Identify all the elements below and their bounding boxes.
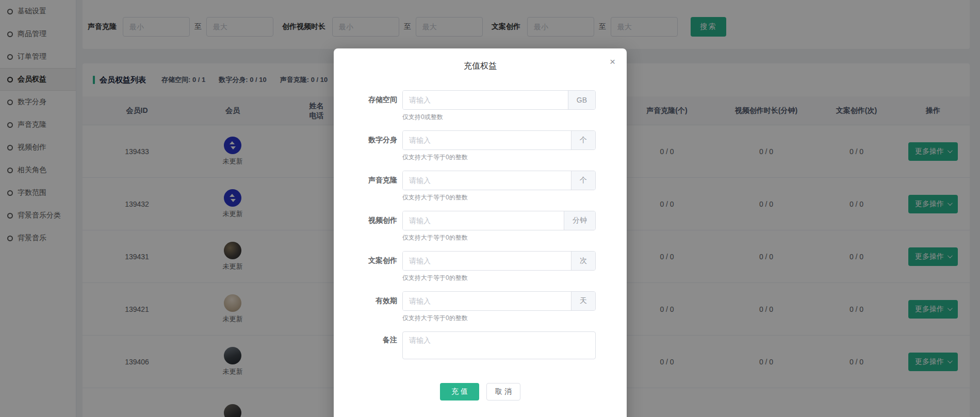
modal-field-remarks: 备注 <box>334 331 627 359</box>
field-hint: 仅支持大于等于0的整数 <box>402 193 627 201</box>
modal-field-copywriting: 文案创作 次 仅支持大于等于0的整数 <box>334 251 627 281</box>
field-hint: 仅支持大于等于0的整数 <box>402 274 627 281</box>
storage-input-group: GB <box>402 90 596 110</box>
unit-label: 次 <box>571 252 595 270</box>
field-label: 声音克隆 <box>334 176 397 185</box>
field-label: 数字分身 <box>334 136 397 145</box>
field-label: 视频创作 <box>334 216 397 225</box>
video-creation-input[interactable] <box>403 211 564 230</box>
modal-actions: 充值 取消 <box>334 383 627 401</box>
unit-label: 个 <box>571 171 595 190</box>
page-root: 基础设置 商品管理 订单管理 会员权益 数字分身 声音克隆 视频创作 相关角色 … <box>0 0 980 417</box>
validity-input-group: 天 <box>402 291 596 311</box>
field-label: 存储空间 <box>334 95 397 105</box>
unit-label: 分钟 <box>564 211 595 230</box>
field-hint: 仅支持大于等于0的整数 <box>402 314 627 321</box>
field-hint: 仅支持大于等于0的整数 <box>402 233 627 241</box>
digital-avatar-input-group: 个 <box>402 130 596 150</box>
video-creation-input-group: 分钟 <box>402 211 596 230</box>
recharge-confirm-button[interactable]: 充值 <box>440 383 479 401</box>
unit-label: 天 <box>571 292 595 310</box>
validity-input[interactable] <box>403 292 571 310</box>
copywriting-input[interactable] <box>403 252 571 270</box>
field-hint: 仅支持0或整数 <box>402 113 627 120</box>
field-label: 有效期 <box>334 296 397 306</box>
modal-field-storage: 存储空间 GB 仅支持0或整数 <box>334 90 627 120</box>
modal-field-validity: 有效期 天 仅支持大于等于0的整数 <box>334 291 627 321</box>
modal-field-video-creation: 视频创作 分钟 仅支持大于等于0的整数 <box>334 211 627 241</box>
modal-title: 充值权益 <box>334 61 627 72</box>
field-label: 文案创作 <box>334 256 397 265</box>
modal-form: 存储空间 GB 仅支持0或整数 数字分身 个 仅支持大于等于0的整数 <box>334 90 627 401</box>
copywriting-input-group: 次 <box>402 251 596 271</box>
voice-clone-input[interactable] <box>403 171 571 190</box>
digital-avatar-input[interactable] <box>403 131 571 149</box>
storage-input[interactable] <box>403 91 568 109</box>
field-hint: 仅支持大于等于0的整数 <box>402 153 627 160</box>
recharge-modal: 充值权益 × 存储空间 GB 仅支持0或整数 数字分身 个 <box>334 48 627 417</box>
close-icon[interactable]: × <box>610 57 615 66</box>
modal-field-digital-avatar: 数字分身 个 仅支持大于等于0的整数 <box>334 130 627 160</box>
field-label: 备注 <box>334 336 397 345</box>
voice-clone-input-group: 个 <box>402 171 596 190</box>
unit-label: 个 <box>571 131 595 149</box>
cancel-button[interactable]: 取消 <box>486 383 520 401</box>
modal-field-voice-clone: 声音克隆 个 仅支持大于等于0的整数 <box>334 171 627 201</box>
unit-label: GB <box>568 91 595 109</box>
remarks-textarea[interactable] <box>402 331 596 359</box>
